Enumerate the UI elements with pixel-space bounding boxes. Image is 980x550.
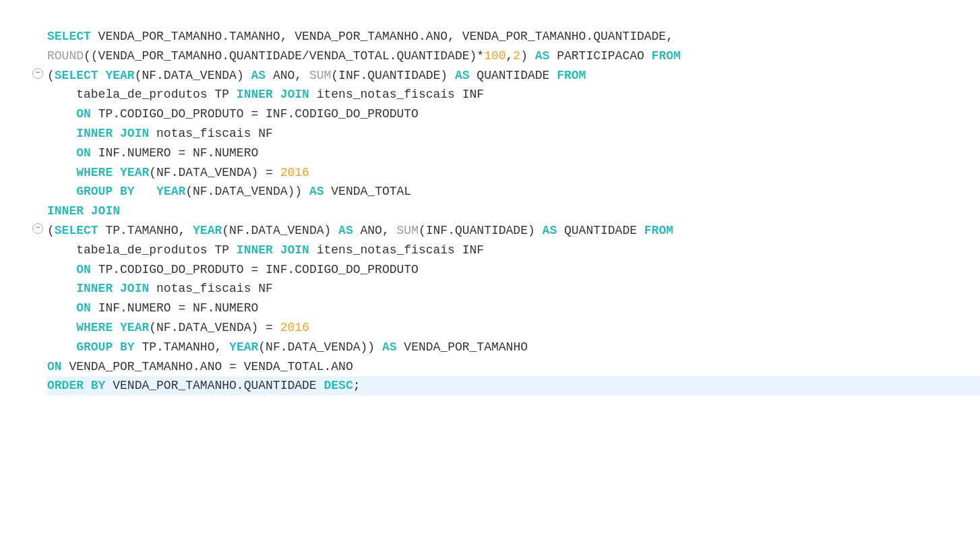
- code-token: [113, 166, 120, 179]
- code-token: ;: [353, 379, 361, 392]
- code-token: 2: [513, 49, 520, 63]
- code-token: (NF.DATA_VENDA) =: [149, 321, 280, 334]
- code-token: ORDER BY: [47, 379, 105, 392]
- code-token: GROUP BY: [76, 185, 134, 198]
- code-token: ON: [76, 301, 91, 315]
- code-token: (INF.QUANTIDADE): [331, 69, 455, 82]
- code-token: YEAR: [156, 185, 185, 198]
- code-token: VENDA_POR_TAMANHO: [397, 340, 528, 354]
- fold-icon[interactable]: −: [32, 68, 43, 79]
- code-token: SELECT: [55, 224, 98, 237]
- code-token: YEAR: [105, 69, 134, 82]
- code-token: [113, 321, 120, 334]
- code-line: INNER JOIN notas_fiscais NF: [47, 124, 980, 144]
- line-content: ON INF.NUMERO = NF.NUMERO: [47, 299, 980, 318]
- code-token: ANO,: [353, 224, 397, 237]
- code-token: (INF.QUANTIDADE): [419, 224, 543, 237]
- code-token: (NF.DATA_VENDA)): [185, 185, 309, 198]
- code-line: WHERE YEAR(NF.DATA_VENDA) = 2016: [47, 318, 980, 338]
- code-token: notas_fiscais NF: [149, 127, 273, 140]
- code-line: −(SELECT YEAR(NF.DATA_VENDA) AS ANO, SUM…: [47, 66, 980, 86]
- code-token: tabela_de_produtos TP: [76, 88, 237, 101]
- code-token: FROM: [644, 224, 673, 237]
- code-token: (NF.DATA_VENDA)): [258, 340, 382, 354]
- code-token: (NF.DATA_VENDA) =: [149, 166, 280, 179]
- line-content: ORDER BY VENDA_POR_TAMANHO.QUANTIDADE DE…: [47, 376, 980, 396]
- code-token: itens_notas_fiscais INF: [309, 243, 484, 257]
- code-line: ON VENDA_POR_TAMANHO.ANO = VENDA_TOTAL.A…: [47, 357, 980, 377]
- code-token: SELECT: [47, 30, 91, 43]
- code-token: (NF.DATA_VENDA): [135, 69, 251, 82]
- code-token: SUM: [309, 69, 331, 82]
- code-line: ON INF.NUMERO = NF.NUMERO: [47, 299, 980, 318]
- fold-icon[interactable]: −: [32, 223, 43, 234]
- code-token: AS: [535, 49, 550, 63]
- code-token: TP.CODIGO_DO_PRODUTO = INF.CODIGO_DO_PRO…: [91, 107, 419, 121]
- line-content: ON VENDA_POR_TAMANHO.ANO = VENDA_TOTAL.A…: [47, 357, 980, 377]
- code-token: ((VENDA_POR_TAMANHO.QUANTIDADE/VENDA_TOT…: [84, 49, 477, 63]
- code-token: ANO,: [266, 69, 309, 82]
- code-line: INNER JOIN: [47, 202, 980, 221]
- code-token: ON: [76, 146, 91, 160]
- line-content: tabela_de_produtos TP INNER JOIN itens_n…: [47, 85, 980, 104]
- code-token: SUM: [397, 224, 419, 237]
- code-token: WHERE: [76, 321, 113, 334]
- code-token: INNER JOIN: [237, 88, 309, 101]
- code-line: ROUND((VENDA_POR_TAMANHO.QUANTIDADE/VEND…: [47, 47, 980, 66]
- code-token: 2016: [280, 321, 309, 334]
- code-token: AS: [338, 224, 353, 237]
- code-token: QUANTIDADE: [557, 224, 644, 237]
- code-token: QUANTIDADE: [470, 69, 557, 82]
- code-line: tabela_de_produtos TP INNER JOIN itens_n…: [47, 241, 980, 260]
- code-token: INF.NUMERO = NF.NUMERO: [91, 301, 258, 315]
- code-line: WHERE YEAR(NF.DATA_VENDA) = 2016: [47, 163, 980, 183]
- line-content: WHERE YEAR(NF.DATA_VENDA) = 2016: [47, 318, 980, 338]
- line-content: INNER JOIN notas_fiscais NF: [47, 279, 980, 299]
- code-token: AS: [543, 224, 557, 237]
- code-token: 100: [484, 49, 506, 63]
- code-line: ON TP.CODIGO_DO_PRODUTO = INF.CODIGO_DO_…: [47, 104, 980, 124]
- code-line: SELECT VENDA_POR_TAMANHO.TAMANHO, VENDA_…: [47, 27, 980, 47]
- code-token: INNER JOIN: [76, 282, 149, 295]
- code-line: tabela_de_produtos TP INNER JOIN itens_n…: [47, 85, 980, 104]
- code-token: YEAR: [120, 321, 149, 334]
- code-token: TP.CODIGO_DO_PRODUTO = INF.CODIGO_DO_PRO…: [91, 263, 419, 276]
- code-token: (: [47, 69, 55, 82]
- line-content: ON TP.CODIGO_DO_PRODUTO = INF.CODIGO_DO_…: [47, 104, 980, 124]
- code-line: −(SELECT TP.TAMANHO, YEAR(NF.DATA_VENDA)…: [47, 221, 980, 241]
- code-token: VENDA_POR_TAMANHO.ANO = VENDA_TOTAL.ANO: [62, 360, 353, 373]
- code-token: INNER JOIN: [237, 243, 309, 257]
- line-content: SELECT VENDA_POR_TAMANHO.TAMANHO, VENDA_…: [47, 27, 980, 47]
- line-content: GROUP BY TP.TAMANHO, YEAR(NF.DATA_VENDA)…: [47, 338, 980, 357]
- code-token: GROUP BY: [76, 340, 134, 354]
- code-token: ON: [76, 107, 91, 121]
- code-token: AS: [309, 185, 324, 198]
- code-line: ORDER BY VENDA_POR_TAMANHO.QUANTIDADE DE…: [47, 376, 980, 396]
- code-line: INNER JOIN notas_fiscais NF: [47, 279, 980, 299]
- code-token: (: [47, 224, 55, 237]
- code-token: WHERE: [76, 166, 113, 179]
- code-token: ON: [76, 263, 91, 276]
- code-token: tabela_de_produtos TP: [76, 243, 237, 257]
- code-token: YEAR: [229, 340, 258, 354]
- code-token: ): [520, 49, 535, 63]
- code-token: TP.TAMANHO,: [135, 340, 229, 354]
- line-content: GROUP BY YEAR(NF.DATA_VENDA)) AS VENDA_T…: [47, 182, 980, 202]
- line-content: (SELECT TP.TAMANHO, YEAR(NF.DATA_VENDA) …: [47, 221, 980, 241]
- code-token: itens_notas_fiscais INF: [309, 88, 484, 101]
- code-token: INF.NUMERO = NF.NUMERO: [91, 146, 258, 160]
- code-token: AS: [455, 69, 470, 82]
- code-line: GROUP BY TP.TAMANHO, YEAR(NF.DATA_VENDA)…: [47, 338, 980, 357]
- line-content: ON INF.NUMERO = NF.NUMERO: [47, 144, 980, 163]
- code-token: VENDA_POR_TAMANHO.QUANTIDADE: [105, 379, 324, 392]
- line-content: tabela_de_produtos TP INNER JOIN itens_n…: [47, 241, 980, 260]
- code-token: VENDA_POR_TAMANHO.TAMANHO, VENDA_POR_TAM…: [91, 30, 673, 43]
- code-token: VENDA_TOTAL: [324, 185, 412, 198]
- code-line: GROUP BY YEAR(NF.DATA_VENDA)) AS VENDA_T…: [47, 182, 980, 202]
- code-token: INNER JOIN: [76, 127, 149, 140]
- code-token: FROM: [652, 49, 681, 63]
- code-token: ROUND: [47, 49, 84, 63]
- code-token: [98, 69, 106, 82]
- code-line: ON TP.CODIGO_DO_PRODUTO = INF.CODIGO_DO_…: [47, 260, 980, 280]
- code-token: INNER JOIN: [47, 204, 120, 218]
